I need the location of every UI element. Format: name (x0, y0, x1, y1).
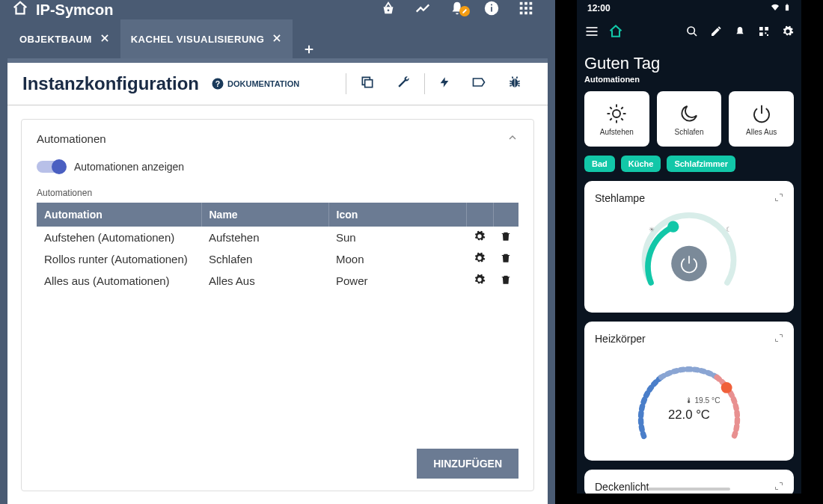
chip-kueche[interactable]: Küche (621, 156, 661, 172)
phone-home-icon[interactable] (608, 24, 623, 42)
bell-icon[interactable] (440, 0, 474, 19)
row-gear-icon[interactable] (466, 270, 493, 292)
svg-rect-6 (530, 2, 533, 5)
tab-bar: OBJEKTBAUM KACHEL VISUALISIERUNG (0, 19, 555, 58)
svg-rect-10 (520, 12, 523, 15)
activity-icon[interactable] (406, 0, 440, 19)
phone-time: 12:00 (587, 3, 611, 13)
col-settings (466, 203, 493, 227)
row-gear-icon[interactable] (466, 227, 493, 248)
room-chips: Bad Küche Schlafzimmer (584, 156, 794, 172)
doc-link-label: DOKUMENTATION (227, 79, 299, 88)
tab-objektbaum[interactable]: OBJEKTBAUM (9, 19, 120, 58)
table-row[interactable]: Rollos runter (Automationen) Schlafen Mo… (37, 248, 518, 270)
svg-text:☾: ☾ (726, 226, 732, 233)
bug-icon[interactable] (497, 75, 533, 93)
show-automations-toggle[interactable] (37, 161, 65, 173)
bell-badge-icon (459, 6, 470, 16)
search-icon[interactable] (686, 25, 698, 40)
phone-preview-wrapper: 12:00 Guten Tag Automationen (555, 0, 823, 504)
basket-icon[interactable] (371, 0, 406, 19)
admin-pane: IP-Symcon OBJEKTBAUM KACHEL VI (0, 0, 555, 504)
cell-name: Schlafen (201, 248, 328, 270)
svg-rect-31 (786, 4, 788, 4)
svg-rect-4 (520, 2, 523, 5)
phone-preview: 12:00 Guten Tag Automationen (577, 0, 801, 494)
qr-icon[interactable] (758, 25, 770, 40)
doc-link[interactable]: ? DOKUMENTATION (211, 77, 299, 90)
close-icon[interactable] (272, 33, 282, 46)
cell-name: Alles Aus (201, 270, 328, 292)
row-gear-icon[interactable] (466, 248, 493, 270)
target-temp: 22.0 °C (668, 408, 710, 422)
info-icon[interactable] (474, 0, 509, 19)
svg-line-49 (611, 118, 613, 120)
svg-text:☀: ☀ (649, 226, 655, 233)
battery-icon (783, 2, 791, 15)
table-row[interactable]: Aufstehen (Automationen) Aufstehen Sun (37, 227, 518, 248)
autotile-label: Alles Aus (746, 128, 777, 136)
section-title: Automationen (37, 132, 507, 145)
wrench-icon[interactable] (385, 75, 421, 93)
copy-icon[interactable] (349, 75, 385, 93)
svg-line-36 (694, 33, 697, 36)
cell-automation: Aufstehen (Automationen) (37, 227, 201, 248)
row-trash-icon[interactable] (493, 248, 518, 270)
card-heizkoerper[interactable]: Heizkörper 🌡 19.5 °C 22.0 °C (584, 322, 794, 461)
section-toggle[interactable]: Automationen (37, 132, 518, 146)
svg-text:?: ? (215, 79, 220, 88)
cell-automation: Alles aus (Automationen) (37, 270, 201, 292)
panel-header: Instanzkonfiguration ? DOKUMENTATION (7, 63, 548, 105)
lamp-dial[interactable]: ☀ ☾ (625, 212, 753, 302)
svg-point-35 (688, 27, 694, 34)
svg-line-50 (622, 107, 624, 109)
svg-line-24 (510, 81, 512, 82)
svg-rect-3 (491, 4, 492, 6)
add-button[interactable]: HINZUFÜGEN (417, 449, 518, 479)
row-trash-icon[interactable] (493, 227, 518, 248)
wifi-icon (770, 3, 780, 14)
svg-line-27 (518, 81, 520, 82)
phone-status-bar: 12:00 (577, 0, 801, 16)
gear-icon[interactable] (782, 25, 794, 40)
expand-icon[interactable] (774, 480, 783, 494)
brand-title: IP-Symcon (36, 1, 113, 19)
greeting-title: Guten Tag (584, 54, 794, 73)
tag-icon[interactable] (461, 75, 497, 93)
chip-bad[interactable]: Bad (584, 156, 615, 172)
tab-add-button[interactable] (293, 43, 325, 58)
expand-icon[interactable] (774, 191, 783, 205)
col-name: Name (201, 203, 328, 227)
home-logo-icon (12, 0, 28, 19)
card-title: Stehlampe (595, 192, 645, 204)
apps-grid-icon[interactable] (509, 0, 543, 19)
svg-rect-40 (765, 32, 766, 34)
svg-point-42 (613, 110, 620, 117)
edit-icon[interactable] (710, 25, 722, 40)
content-area: Instanzkonfiguration ? DOKUMENTATION (0, 58, 555, 504)
table-row[interactable]: Alles aus (Automationen) Alles Aus Power (37, 270, 518, 292)
phone-bell-icon[interactable] (734, 25, 746, 40)
tab-kachel-visualisierung[interactable]: KACHEL VISUALISIERUNG (120, 19, 293, 58)
thermostat-dial[interactable]: 🌡 19.5 °C 22.0 °C (614, 353, 764, 450)
automationen-section: Automationen Automationen anzeigen Autom… (21, 119, 534, 491)
cell-icon: Moon (328, 248, 466, 270)
autotile-aufstehen[interactable]: Aufstehen (584, 91, 649, 147)
expand-icon[interactable] (774, 332, 783, 345)
toggle-label: Automationen anzeigen (74, 161, 184, 173)
row-trash-icon[interactable] (493, 270, 518, 292)
autotile-allesaus[interactable]: Alles Aus (729, 91, 794, 147)
col-delete (493, 203, 518, 227)
svg-rect-11 (524, 12, 527, 15)
svg-rect-39 (759, 32, 763, 36)
automation-tiles: Aufstehen Schlafen Alles Aus (584, 91, 794, 147)
autotile-schlafen[interactable]: Schlafen (657, 91, 722, 147)
svg-point-53 (667, 221, 679, 233)
svg-line-26 (510, 85, 512, 86)
card-stehlampe[interactable]: Stehlampe ☀ ☾ (584, 181, 794, 313)
svg-rect-30 (786, 4, 789, 10)
bolt-icon[interactable] (428, 75, 461, 93)
menu-icon[interactable] (584, 24, 599, 42)
chip-schlafzimmer[interactable]: Schlafzimmer (667, 156, 735, 172)
close-icon[interactable] (100, 33, 110, 46)
